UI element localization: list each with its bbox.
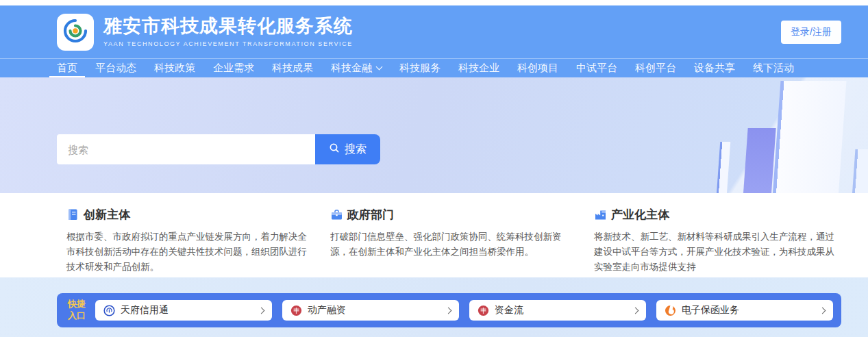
nav-item-label: 科技金融 [331,62,372,75]
nav-item-platform-news[interactable]: 平台动态 [86,59,145,77]
main-nav: 首页 平台动态 科技政策 企业需求 科技成果 科技金融 科技服务 科技企业 科创… [0,58,868,77]
quick-link-label: 动产融资 [308,304,346,316]
page-subtitle: YAAN TECHNOLOGY ACHIEVEMENT TRANSFORMATI… [103,40,353,47]
nav-item-innovation-platform[interactable]: 科创平台 [626,59,685,77]
features-section: 创新主体 根据市委、市政府拟订的重点产业链发展方向，着力解决全市科技创新活动中存… [0,193,868,277]
decorative-bar [743,128,776,193]
chattel-finance-seal-icon [290,305,302,316]
nav-item-pilot-platform[interactable]: 中试平台 [567,59,626,77]
nav-item-tech-services[interactable]: 科技服务 [390,59,449,77]
search-input[interactable] [57,134,315,164]
briefcase-icon [330,208,343,221]
chevron-right-icon [819,307,826,314]
feature-industrialization-entities: 产业化主体 将新技术、新工艺、新材料等科研成果引入生产流程，通过建设中试平台等方… [594,207,839,277]
site-logo [57,14,94,51]
feature-description: 打破部门信息壁垒、强化部门政策协同、统筹科技创新资源，在创新主体和产业化主体之间… [330,229,575,260]
title-block: 雅安市科技成果转化服务系统 YAAN TECHNOLOGY ACHIEVEMEN… [103,16,353,47]
chevron-right-icon [445,307,452,314]
feature-title: 政府部门 [347,207,394,223]
quick-link-label: 电子保函业务 [682,304,739,316]
quick-access-label: 快捷 入口 [68,299,86,322]
chevron-right-icon [258,307,265,314]
chevron-right-icon [632,307,639,314]
tianfu-credit-swirl-icon [103,305,115,316]
feature-head: 产业化主体 [594,207,839,223]
quick-access-label-line2: 入口 [68,310,86,322]
feature-head: 政府部门 [330,207,575,223]
nav-item-enterprise-demand[interactable]: 企业需求 [204,59,263,77]
feature-title: 产业化主体 [611,207,669,223]
feature-title: 创新主体 [84,207,130,223]
search-bar: 搜索 [57,134,380,164]
header: 雅安市科技成果转化服务系统 YAAN TECHNOLOGY ACHIEVEMEN… [0,5,868,58]
feature-head: 创新主体 [66,207,312,223]
swirl-logo-icon [62,17,89,47]
e-guarantee-swirl-icon [665,305,676,316]
document-icon [66,208,79,221]
feature-description: 将新技术、新工艺、新材料等科研成果引入生产流程，通过建设中试平台等方式，开展产业… [594,229,839,275]
decorative-bar [852,149,868,193]
quick-link-e-guarantee[interactable]: 电子保函业务 [656,300,833,321]
nav-item-innovation-projects[interactable]: 科创项目 [508,59,567,77]
search-icon [329,142,340,156]
feature-government-departments: 政府部门 打破部门信息壁垒、强化部门政策协同、统筹科技创新资源，在创新主体和产业… [330,207,575,277]
nav-item-tech-achievements[interactable]: 科技成果 [263,59,322,77]
bottom-section: 快捷 入口 天府信用通 [0,277,868,337]
quick-link-capital-flow[interactable]: 资金流 [469,300,646,321]
decorative-bar [773,81,846,193]
login-register-button[interactable]: 登录/注册 [781,21,841,44]
nav-item-tech-finance[interactable]: 科技金融 [322,59,390,77]
quick-link-chattel-finance[interactable]: 动产融资 [282,300,459,321]
page-title: 雅安市科技成果转化服务系统 [103,16,353,37]
capital-flow-seal-icon [478,305,489,316]
nav-item-equipment-sharing[interactable]: 设备共享 [685,59,744,77]
quick-access-bar: 快捷 入口 天府信用通 [57,293,841,327]
quick-link-label: 天府信用通 [121,304,169,316]
quick-access-label-line1: 快捷 [68,299,86,310]
quick-links: 天府信用通 动产融资 [95,300,833,321]
hero-banner: 搜索 [0,77,868,193]
feature-innovation-entities: 创新主体 根据市委、市政府拟订的重点产业链发展方向，着力解决全市科技创新活动中存… [66,207,312,277]
chevron-down-icon [376,64,383,71]
nav-item-tech-policy[interactable]: 科技政策 [145,59,204,77]
feature-description: 根据市委、市政府拟订的重点产业链发展方向，着力解决全市科技创新活动中存在的关键共… [66,229,312,275]
quick-link-tianfu-credit[interactable]: 天府信用通 [95,300,272,321]
nav-item-tech-enterprises[interactable]: 科技企业 [449,59,508,77]
search-button-label: 搜索 [345,142,367,157]
factory-icon [594,208,607,221]
search-button[interactable]: 搜索 [315,134,380,164]
page: 雅安市科技成果转化服务系统 YAAN TECHNOLOGY ACHIEVEMEN… [0,0,868,337]
nav-item-home[interactable]: 首页 [48,59,86,77]
quick-link-label: 资金流 [495,304,523,316]
nav-item-offline-events[interactable]: 线下活动 [744,59,803,77]
